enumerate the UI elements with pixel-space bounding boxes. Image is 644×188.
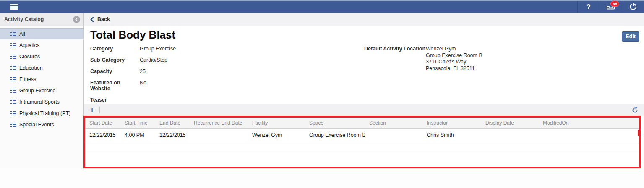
edit-button[interactable]: Edit: [622, 31, 639, 42]
detail-label: Category: [90, 46, 140, 52]
sidebar-item-label: Group Exercise: [19, 88, 55, 94]
column-header-modified-on[interactable]: ModifiedOn: [539, 118, 639, 128]
detail-row-category: Category Group Exercise: [90, 46, 176, 52]
logout-button[interactable]: [622, 1, 644, 13]
location-line: Wenzel Gym: [426, 46, 482, 52]
help-icon: ?: [587, 3, 591, 11]
detail-row-sub-category: Sub-Category Cardio/Step: [90, 57, 176, 63]
list-icon: [10, 99, 16, 104]
column-header-start-date[interactable]: Start Date: [85, 118, 120, 128]
sidebar-item-all[interactable]: All: [0, 28, 83, 39]
detail-value: No: [140, 80, 146, 91]
schedule-grid-highlighted: Start Date Start Time End Date Recurrenc…: [83, 116, 641, 168]
location-label: Default Activity Location: [364, 46, 426, 72]
list-icon: [10, 88, 16, 93]
cell-end-date: 12/22/2015: [155, 128, 190, 142]
empty-row: [85, 142, 639, 151]
location-address: Wenzel Gym Group Exercise Room B 3711 Ch…: [426, 46, 482, 72]
power-icon: [629, 3, 637, 12]
column-header-end-date[interactable]: End Date: [155, 118, 190, 128]
cell-start-time: 4:00 PM: [120, 128, 155, 142]
detail-value: Cardio/Step: [140, 57, 167, 63]
detail-row-teaser: Teaser: [90, 97, 176, 103]
sidebar-item-aquatics[interactable]: Aquatics: [0, 39, 83, 51]
list-icon: [10, 43, 16, 48]
sidebar-item-label: Special Events: [19, 122, 54, 128]
sidebar-item-physical-training[interactable]: Physical Training (PT): [0, 107, 83, 119]
cell-facility: Wenzel Gym: [248, 128, 305, 142]
table-header-row: Start Date Start Time End Date Recurrenc…: [85, 118, 639, 128]
sidebar-item-label: Education: [19, 65, 43, 71]
location-line: Pensacola, FL 32511: [426, 65, 482, 72]
location-line: Group Exercise Room B: [426, 52, 482, 59]
list-icon: [10, 54, 16, 59]
column-header-instructor[interactable]: Instructor: [422, 118, 481, 128]
cell-space: Group Exercise Room B: [305, 128, 365, 142]
hamburger-icon: [10, 3, 18, 11]
detail-label: Teaser: [90, 97, 140, 103]
list-icon: [10, 111, 16, 116]
sidebar-item-closures[interactable]: Closures: [0, 51, 83, 62]
toolbar-separator: [99, 107, 100, 113]
help-button[interactable]: ?: [577, 1, 600, 13]
chevron-left-icon: [75, 18, 78, 21]
cell-modified-on: [539, 128, 639, 142]
sidebar-title: Activity Catalog: [4, 16, 44, 22]
detail-label: Featured on Website: [90, 80, 140, 91]
sidebar-item-fitness[interactable]: Fitness: [0, 73, 83, 85]
sidebar-item-label: Physical Training (PT): [19, 110, 70, 116]
top-navigation-bar: ? 38: [0, 0, 644, 13]
back-bar: Back: [84, 13, 644, 26]
main-panel: Back Total Body Blast Edit Category Grou…: [84, 13, 644, 168]
detail-row-featured: Featured on Website No: [90, 80, 176, 91]
sidebar-header: Activity Catalog: [0, 13, 83, 26]
sidebar-item-group-exercise[interactable]: Group Exercise: [0, 85, 83, 96]
location-line: 3711 Chief's Way: [426, 59, 482, 65]
detail-label: Capacity: [90, 68, 140, 74]
column-header-display-date[interactable]: Display Date: [481, 118, 539, 128]
menu-button[interactable]: [0, 1, 24, 13]
default-activity-location: Default Activity Location Wenzel Gym Gro…: [364, 46, 482, 72]
sidebar: Activity Catalog All Aquatics Closures: [0, 13, 84, 168]
grid-scrollbar[interactable]: [638, 130, 639, 136]
list-icon: [10, 77, 16, 82]
notifications-button[interactable]: 38: [600, 1, 622, 13]
cell-start-date: 12/22/2015: [85, 128, 120, 142]
activity-detail-content: Total Body Blast Edit Category Group Exe…: [84, 26, 644, 168]
column-header-section[interactable]: Section: [365, 118, 422, 128]
list-icon: [10, 65, 16, 70]
sidebar-item-special-events[interactable]: Special Events: [0, 119, 83, 130]
page-title: Total Body Blast: [90, 29, 175, 42]
column-header-recurrence-end-date[interactable]: Recurrence End Date: [190, 118, 248, 128]
column-header-facility[interactable]: Facility: [248, 118, 305, 128]
sidebar-item-label: All: [19, 31, 25, 37]
cell-section: [365, 128, 422, 142]
column-header-start-time[interactable]: Start Time: [120, 118, 155, 128]
sidebar-item-label: Intramural Sports: [19, 99, 60, 105]
cell-instructor: Chris Smith: [422, 128, 481, 142]
detail-label: Sub-Category: [90, 57, 140, 63]
column-header-space[interactable]: Space: [305, 118, 365, 128]
back-button[interactable]: Back: [90, 16, 110, 22]
sidebar-collapse-button[interactable]: [73, 16, 80, 23]
detail-value: 25: [140, 68, 146, 74]
sidebar-item-education[interactable]: Education: [0, 62, 83, 73]
add-schedule-button[interactable]: +: [90, 106, 94, 114]
sidebar-item-label: Closures: [19, 54, 40, 60]
refresh-icon: [632, 107, 638, 113]
detail-row-capacity: Capacity 25: [90, 68, 176, 74]
cell-recurrence-end-date: [190, 128, 248, 142]
list-icon: [10, 122, 16, 127]
schedule-grid-toolbar: +: [84, 104, 644, 116]
table-row[interactable]: 12/22/2015 4:00 PM 12/22/2015 Wenzel Gym…: [85, 128, 639, 142]
sidebar-item-label: Aquatics: [19, 42, 39, 48]
sidebar-item-label: Fitness: [19, 76, 36, 82]
back-button-label: Back: [97, 16, 110, 22]
detail-value: Group Exercise: [140, 46, 176, 52]
refresh-button[interactable]: [632, 107, 638, 113]
cell-display-date: [481, 128, 539, 142]
schedule-table: Start Date Start Time End Date Recurrenc…: [85, 118, 639, 151]
sidebar-list: All Aquatics Closures Education Fitness …: [0, 26, 83, 130]
sidebar-item-intramural-sports[interactable]: Intramural Sports: [0, 96, 83, 107]
activity-details: Category Group Exercise Sub-Category Car…: [90, 46, 176, 108]
